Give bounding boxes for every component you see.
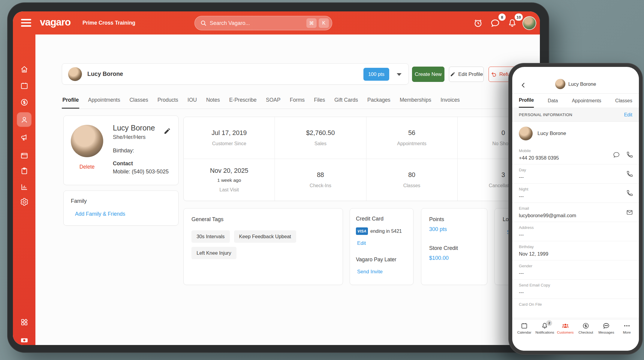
- clock-alerts-icon[interactable]: [471, 16, 485, 30]
- pay-later-title: Vagaro Pay Later: [356, 256, 407, 263]
- birthday-label: Birthday:: [113, 148, 172, 154]
- nav-notifications[interactable]: 2 Notifications: [535, 322, 554, 351]
- sidebar-item-apps[interactable]: [17, 315, 31, 329]
- send-invite-link[interactable]: Send Invite: [357, 269, 407, 275]
- checkout-icon: [582, 322, 589, 329]
- points-value[interactable]: 300 pts: [429, 226, 479, 232]
- back-chevron-icon[interactable]: [519, 81, 528, 90]
- phone-profile-row: Lucy Borone: [512, 122, 639, 145]
- phone-tab-appointments[interactable]: Appointments: [572, 94, 601, 108]
- nav-messages[interactable]: Messages: [597, 322, 615, 351]
- sidebar-item-pos[interactable]: [17, 333, 31, 345]
- sidebar-item-website[interactable]: [17, 148, 31, 163]
- tab-profile[interactable]: Profile: [62, 94, 79, 109]
- tab-memberships[interactable]: Memberships: [399, 94, 432, 109]
- phone-tab-profile[interactable]: Profile: [519, 94, 534, 108]
- messages-badge: 8: [498, 14, 506, 21]
- family-title: Family: [71, 198, 171, 204]
- messages-icon[interactable]: 8: [488, 16, 502, 30]
- customer-name: Lucy Borone: [87, 70, 123, 77]
- edit-profile-label: Edit Profile: [458, 71, 483, 77]
- tab-notes[interactable]: Notes: [206, 94, 221, 109]
- call-icon[interactable]: [626, 189, 633, 197]
- header-dropdown-button[interactable]: [395, 70, 404, 79]
- tab-iou[interactable]: IOU: [187, 94, 197, 109]
- nav-customers[interactable]: Customers: [556, 322, 575, 351]
- customer-photo: [71, 125, 103, 157]
- general-tags-card: General Tags 30s Intervals Keep Feedback…: [183, 208, 343, 285]
- tab-forms[interactable]: Forms: [289, 94, 305, 109]
- sidebar-item-forms[interactable]: [17, 164, 31, 178]
- edit-card-link[interactable]: Edit: [357, 240, 407, 246]
- store-credit-value[interactable]: $100.00: [429, 255, 479, 261]
- tablet-screen: vagaro Prime Cross Training ⌘ K 8: [13, 11, 540, 345]
- top-bar: vagaro Prime Cross Training ⌘ K 8: [13, 11, 540, 34]
- nav-checkout[interactable]: Checkout: [576, 322, 595, 351]
- user-avatar[interactable]: [522, 16, 536, 30]
- search-bar[interactable]: ⌘ K: [194, 16, 332, 30]
- sidebar-item-calendar[interactable]: [17, 79, 31, 93]
- hamburger-menu-icon[interactable]: [21, 18, 32, 28]
- sidebar-nav: ?: [13, 34, 35, 345]
- phone-tab-classes[interactable]: Classes: [615, 94, 632, 108]
- tab-products[interactable]: Products: [157, 94, 179, 109]
- tag-pill[interactable]: Keep Feedback Upbeat: [234, 230, 296, 243]
- tab-files[interactable]: Files: [313, 94, 326, 109]
- phone-customer-avatar: [555, 79, 565, 89]
- tab-appointments[interactable]: Appointments: [87, 94, 121, 109]
- sidebar-item-marketing[interactable]: [17, 130, 31, 145]
- pencil-icon: [450, 71, 456, 77]
- envelope-icon[interactable]: [626, 208, 633, 216]
- stat-customer-since: Jul 17, 2019Customer Since: [184, 117, 275, 159]
- phone-header: Lucy Borone: [512, 67, 639, 94]
- tab-gift-cards[interactable]: Gift Cards: [334, 94, 359, 109]
- customer-avatar: [68, 67, 82, 81]
- credit-card-title: Credit Card: [356, 216, 407, 222]
- phone-edit-link[interactable]: Edit: [624, 112, 632, 118]
- phone-screen: Lucy Borone Profile Data Appointments Cl…: [512, 67, 639, 351]
- delete-link[interactable]: Delete: [71, 164, 103, 170]
- call-icon[interactable]: [626, 151, 633, 159]
- tab-classes[interactable]: Classes: [129, 94, 149, 109]
- main-content: Lucy Borone 100 pts Create New Edit Prof…: [35, 34, 540, 345]
- search-input[interactable]: [210, 20, 304, 26]
- stat-sales: $2,760.50Sales: [275, 117, 366, 159]
- create-new-button[interactable]: Create New: [412, 67, 444, 82]
- tag-pill[interactable]: Left Knee Injury: [191, 247, 236, 259]
- edit-profile-button[interactable]: Edit Profile: [449, 67, 484, 82]
- nav-calendar[interactable]: Calendar: [515, 322, 534, 351]
- customer-profile-card: Delete Lucy Borone She/Her/Hers Birthday…: [63, 116, 179, 185]
- points-chip[interactable]: 100 pts: [363, 68, 389, 81]
- tablet-device-frame: vagaro Prime Cross Training ⌘ K 8: [7, 2, 549, 353]
- credit-card-card: Credit Card VISA ending in 5421 Edit Vag…: [350, 208, 414, 285]
- visa-icon: VISA: [356, 227, 368, 235]
- sidebar-item-sales[interactable]: [17, 95, 31, 109]
- notifications-badge: 10: [515, 14, 523, 21]
- tab-soap[interactable]: SOAP: [265, 94, 281, 109]
- edit-pencil-icon[interactable]: [163, 127, 171, 136]
- phone-tab-data[interactable]: Data: [548, 94, 558, 108]
- call-icon[interactable]: [626, 170, 633, 178]
- profile-name: Lucy Borone: [113, 124, 172, 132]
- sidebar-item-settings[interactable]: [17, 195, 31, 209]
- sms-icon[interactable]: [612, 151, 620, 159]
- tag-pill[interactable]: 30s Intervals: [191, 230, 230, 243]
- sidebar-item-reports[interactable]: [17, 180, 31, 194]
- customers-icon: [561, 322, 569, 329]
- card-ending: ending in 5421: [370, 229, 402, 234]
- add-family-link[interactable]: Add Family & Friends: [75, 211, 171, 217]
- tab-e-prescribe[interactable]: E-Prescribe: [229, 94, 257, 109]
- tab-packages[interactable]: Packages: [367, 94, 391, 109]
- kbd-k: K: [319, 18, 329, 28]
- search-icon: [200, 20, 207, 26]
- calendar-icon: [521, 322, 528, 329]
- customer-header-card: Lucy Borone 100 pts: [62, 63, 409, 85]
- notifications-icon[interactable]: 10: [505, 16, 519, 30]
- sidebar-item-home[interactable]: [17, 62, 31, 76]
- nav-more[interactable]: More: [618, 322, 636, 351]
- tab-invoices[interactable]: Invoices: [440, 94, 460, 109]
- stat-check-ins: 88Check-Ins: [275, 159, 366, 201]
- family-card: Family Add Family & Friends: [63, 190, 179, 226]
- points-title: Points: [429, 216, 479, 223]
- sidebar-item-customers[interactable]: [17, 112, 31, 127]
